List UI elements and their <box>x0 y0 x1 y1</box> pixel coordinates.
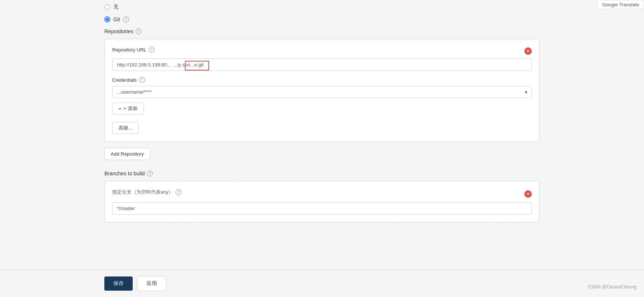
branch-close-button[interactable]: ✕ <box>524 190 532 198</box>
apply-button[interactable]: 应用 <box>137 276 166 291</box>
git-option-row: Git ? <box>104 16 540 22</box>
branch-help-icon[interactable]: ? <box>176 189 181 195</box>
repositories-label: Repositories <box>104 28 133 34</box>
branches-section: Branches to build ? 指定分支（为空时代表any） ? ✕ <box>104 171 540 222</box>
git-label: Git <box>113 16 120 22</box>
git-radio[interactable] <box>104 16 110 22</box>
repositories-help-icon[interactable]: ? <box>136 28 142 34</box>
repo-url-label-group: Repository URL ? <box>112 47 155 53</box>
branches-label: Branches to build <box>104 171 145 176</box>
branch-input[interactable] <box>112 202 532 215</box>
branch-label-group: 指定分支（为空时代表any） ? <box>112 189 181 196</box>
save-button[interactable]: 保存 <box>104 276 133 291</box>
footer-bar: 保存 应用 <box>0 270 644 297</box>
repositories-label-row: Repositories ? <box>104 28 540 34</box>
watermark: CSDN @CesareCheung <box>588 284 637 290</box>
advanced-button[interactable]: 高级... <box>112 122 139 134</box>
repo-url-close-button[interactable]: ✕ <box>524 47 532 55</box>
git-help-icon[interactable]: ? <box>123 16 129 22</box>
branch-label-text: 指定分支（为空时代表any） <box>112 189 173 196</box>
credentials-select[interactable]: ...username/**** <box>112 86 532 98</box>
credentials-select-wrapper: ...username/**** <box>112 86 532 98</box>
branches-label-row: Branches to build ? <box>104 171 540 176</box>
repo-url-help-icon[interactable]: ? <box>149 47 155 53</box>
none-label: 无 <box>113 4 119 10</box>
add-repository-label: Add Repository <box>111 151 144 157</box>
none-option-row: 无 <box>104 0 540 10</box>
repo-url-input[interactable] <box>112 59 532 71</box>
credentials-help-icon[interactable]: ? <box>139 77 145 83</box>
apply-label: 应用 <box>146 280 157 286</box>
repo-url-label-row: Repository URL ? ✕ <box>112 47 532 56</box>
repo-url-label: Repository URL <box>112 47 146 53</box>
credentials-label: Credentials <box>112 77 137 83</box>
branch-label-row: 指定分支（为空时代表any） ? ✕ <box>112 189 532 199</box>
none-radio[interactable] <box>104 4 110 10</box>
advanced-label: 高级... <box>119 125 132 131</box>
repository-config-box: Repository URL ? ✕ Credentials ? ...user… <box>104 39 540 142</box>
save-label: 保存 <box>113 280 124 286</box>
branches-config-box: 指定分支（为空时代表any） ? ✕ <box>104 181 540 222</box>
add-label: + 添加 <box>124 105 138 112</box>
add-button[interactable]: + + 添加 <box>112 103 144 115</box>
url-input-wrapper <box>112 59 532 71</box>
credentials-label-group: Credentials ? <box>112 77 532 83</box>
branches-help-icon[interactable]: ? <box>147 171 153 176</box>
add-icon: + <box>119 106 121 112</box>
add-repository-button[interactable]: Add Repository <box>104 148 150 160</box>
